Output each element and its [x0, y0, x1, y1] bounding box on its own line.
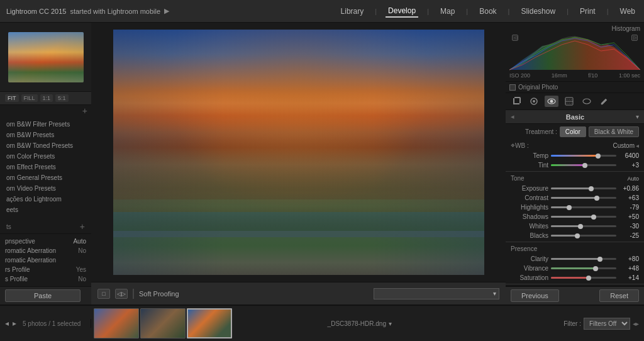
main-photo	[113, 30, 484, 275]
clip-shadow-indicator[interactable]: ◁	[512, 35, 518, 41]
exposure-slider[interactable]	[551, 187, 616, 189]
preset-item-5[interactable]: om General Presets	[0, 172, 91, 183]
tools-row	[506, 93, 644, 110]
contrast-slider[interactable]	[551, 197, 616, 199]
adjustment-brush-tool[interactable]	[597, 96, 611, 107]
shadows-slider[interactable]	[551, 216, 616, 218]
clip-highlight-indicator[interactable]: ▷	[631, 35, 638, 41]
shadows-thumb[interactable]	[591, 215, 596, 220]
nav-web[interactable]: Web	[618, 6, 638, 17]
soft-proofing-dropdown[interactable]: ▾	[374, 288, 499, 299]
preset-item-8[interactable]: eets	[0, 204, 91, 215]
toolbar-before-after[interactable]: □	[97, 289, 110, 299]
left-panel-expand[interactable]: +	[82, 106, 87, 115]
wb-eyedropper[interactable]: ⌖	[511, 141, 515, 150]
filmstrip-next-btn[interactable]: ▸	[13, 319, 16, 328]
lightroom-arrow[interactable]: ▶	[164, 7, 169, 15]
tone-separator	[506, 171, 644, 172]
view-fit[interactable]: FIT	[5, 94, 19, 102]
temp-slider[interactable]	[551, 155, 616, 157]
exposure-slider-row: Exposure +0.86	[506, 184, 644, 193]
filter-nav-arrows[interactable]: ◂▸	[633, 320, 639, 327]
saturation-thumb[interactable]	[586, 276, 591, 281]
toolbar-compare[interactable]: ◁▷	[115, 289, 128, 299]
hist-aperture: f/10	[588, 72, 597, 79]
blacks-thumb[interactable]	[575, 233, 580, 238]
contrast-thumb[interactable]	[594, 196, 599, 201]
view-5to1[interactable]: 5:1	[55, 94, 69, 102]
highlights-slider[interactable]	[551, 206, 616, 208]
exposure-thumb[interactable]	[589, 186, 594, 191]
histogram-canvas: ◁ ▷	[509, 33, 640, 71]
filmstrip-thumb-2[interactable]	[140, 308, 186, 338]
hist-iso: ISO 200	[509, 72, 530, 79]
basic-panel-section: ◂ Basic ▾ Treatment : Color Black & Whit…	[506, 110, 644, 286]
color-button[interactable]: Color	[560, 126, 586, 137]
filmstrip-thumb-3[interactable]	[187, 308, 232, 338]
nav-develop[interactable]: Develop	[386, 5, 418, 18]
tint-label: Tint	[511, 162, 548, 169]
crop-tool[interactable]	[509, 96, 523, 107]
preset-item-7[interactable]: ações do Lightroom	[0, 194, 91, 204]
filter-dropdown[interactable]: Filters Off	[584, 318, 630, 330]
temp-value: 6400	[619, 152, 639, 159]
preset-item-4[interactable]: om Effect Presets	[0, 162, 91, 172]
view-options-bar: FIT FILL 1:1 5:1	[0, 92, 91, 105]
center-panel: □ ◁▷ Soft Proofing ▾	[91, 23, 506, 305]
spot-heal-tool[interactable]	[527, 96, 541, 107]
nav-map[interactable]: Map	[438, 6, 457, 17]
filter-label: Filter :	[564, 320, 581, 327]
nav-book[interactable]: Book	[477, 6, 499, 17]
wb-label: WB :	[515, 142, 540, 149]
right-panel-actions: Previous Reset	[506, 286, 644, 305]
nav-library[interactable]: Library	[338, 6, 367, 17]
auto-button[interactable]: Auto	[627, 176, 639, 182]
highlights-thumb[interactable]	[567, 205, 572, 210]
filmstrip-prev-btn[interactable]: ◂	[5, 319, 9, 328]
preset-item-2[interactable]: om B&W Toned Presets	[0, 140, 91, 151]
vibrance-slider[interactable]	[551, 267, 616, 269]
preset-item-3[interactable]: om Color Presets	[0, 151, 91, 162]
saturation-slider[interactable]	[551, 277, 616, 279]
reset-button[interactable]: Reset	[599, 289, 639, 302]
redeye-tool[interactable]	[545, 96, 558, 107]
preset-item-1[interactable]: om B&W Presets	[0, 130, 91, 140]
tint-slider-row: Tint +3	[506, 160, 644, 170]
wb-dropdown-arrow[interactable]: ◂	[636, 142, 639, 149]
presets-expand-btn[interactable]: +	[80, 222, 85, 231]
presence-section-header: Presence	[506, 243, 644, 254]
basic-panel-header[interactable]: ◂ Basic ▾	[506, 110, 644, 124]
filmstrip-filename-arrow[interactable]: ▾	[389, 320, 392, 327]
clarity-thumb[interactable]	[597, 257, 602, 262]
original-photo-checkbox[interactable]	[509, 84, 516, 91]
tint-slider[interactable]	[551, 164, 616, 166]
preset-item-0[interactable]: om B&W Filter Presets	[0, 119, 91, 130]
preset-item-6[interactable]: om Video Presets	[0, 183, 91, 194]
main-image-container[interactable]	[91, 23, 506, 282]
tint-thumb[interactable]	[582, 163, 587, 168]
blacks-slider[interactable]	[551, 235, 616, 237]
temp-thumb[interactable]	[596, 154, 601, 159]
vibrance-thumb[interactable]	[593, 266, 598, 271]
presence-separator	[506, 242, 644, 242]
previous-button[interactable]: Previous	[511, 289, 559, 302]
clarity-slider[interactable]	[551, 258, 616, 260]
preview-thumbnail[interactable]	[8, 32, 84, 82]
whites-thumb[interactable]	[578, 224, 583, 229]
blacks-fill	[551, 235, 577, 237]
view-fill[interactable]: FILL	[21, 94, 38, 102]
radial-tool[interactable]	[580, 96, 594, 107]
nav-slideshow[interactable]: Slideshow	[518, 6, 558, 17]
perspective-value: Auto	[73, 238, 86, 245]
gradient-tool[interactable]	[562, 96, 576, 107]
nav-print[interactable]: Print	[577, 6, 598, 17]
paste-button[interactable]: Paste	[5, 289, 80, 302]
exposure-label: Exposure	[511, 185, 548, 192]
whites-slider[interactable]	[551, 225, 616, 227]
view-1to1[interactable]: 1:1	[40, 94, 53, 102]
black-white-button[interactable]: Black & White	[589, 126, 639, 137]
tint-fill	[551, 164, 585, 166]
shadows-label: Shadows	[511, 213, 548, 220]
filmstrip-thumb-1[interactable]	[94, 308, 139, 338]
histogram-svg	[509, 33, 640, 71]
